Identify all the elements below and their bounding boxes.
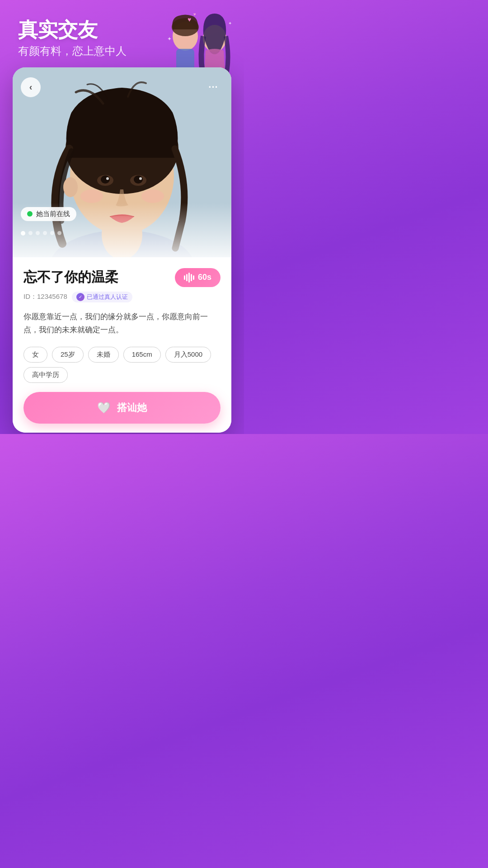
voice-bar-4 xyxy=(191,274,192,281)
online-status-badge: 她当前在线 xyxy=(21,207,76,221)
back-button[interactable]: ‹ xyxy=(21,77,41,97)
verified-label: 已通过真人认证 xyxy=(87,293,128,301)
action-button-label: 搭讪她 xyxy=(117,401,147,415)
photo-dot-5[interactable] xyxy=(50,231,54,235)
tag-marital[interactable]: 未婚 xyxy=(88,347,119,363)
voice-bar-5 xyxy=(193,275,194,280)
photo-dot-2[interactable] xyxy=(28,231,33,235)
svg-point-21 xyxy=(63,177,78,197)
tag-education[interactable]: 高中学历 xyxy=(23,367,68,383)
user-id-text: ID：12345678 xyxy=(23,292,67,301)
voice-waveform-icon xyxy=(184,273,194,283)
svg-point-15 xyxy=(106,177,109,180)
voice-bar-1 xyxy=(184,275,185,280)
name-row: 忘不了你的温柔 60s xyxy=(23,268,221,287)
action-heart-icon: 🤍 xyxy=(97,401,111,414)
photo-dot-6[interactable] xyxy=(57,231,61,235)
tag-height[interactable]: 165cm xyxy=(123,347,161,363)
bio-text: 你愿意靠近一点，我们的缘分就多一点，你愿意向前一点，我们的未来就确定一点。 xyxy=(23,311,221,337)
photo-dot-4[interactable] xyxy=(43,231,47,235)
header-title: 真实交友 xyxy=(18,18,226,42)
more-button[interactable]: ··· xyxy=(203,77,223,97)
photo-area: ‹ ··· 她当前在线 xyxy=(13,67,231,257)
photo-dot-3[interactable] xyxy=(36,231,40,235)
online-status-text: 她当前在线 xyxy=(36,210,70,218)
voice-bar-2 xyxy=(186,274,188,281)
voice-duration-label: 60s xyxy=(198,273,211,282)
photo-dot-1[interactable] xyxy=(21,231,25,236)
action-button[interactable]: 🤍 搭讪她 xyxy=(23,392,221,424)
profile-name: 忘不了你的温柔 xyxy=(23,268,118,287)
profile-card: ‹ ··· 她当前在线 忘不了你的温柔 xyxy=(13,67,231,433)
tag-gender[interactable]: 女 xyxy=(23,347,47,363)
voice-bar-3 xyxy=(188,273,190,283)
photo-dots-indicator xyxy=(21,231,61,236)
online-indicator-dot xyxy=(27,211,33,217)
voice-button[interactable]: 60s xyxy=(175,268,221,287)
header-subtitle: 有颜有料，恋上意中人 xyxy=(18,44,226,58)
svg-point-19 xyxy=(80,189,103,203)
svg-point-18 xyxy=(139,177,142,180)
profile-info-section: 忘不了你的温柔 60s ID：12345678 ✓ 已通过真人认证 你愿意靠 xyxy=(13,257,231,433)
id-row: ID：12345678 ✓ 已通过真人认证 xyxy=(23,292,221,302)
tag-income[interactable]: 月入5000 xyxy=(165,347,211,363)
header-section: 真实交友 有颜有料，恋上意中人 xyxy=(0,0,244,67)
verified-badge: ✓ 已通过真人认证 xyxy=(72,292,132,302)
tag-age[interactable]: 25岁 xyxy=(52,347,84,363)
verified-icon: ✓ xyxy=(76,293,84,301)
tags-container: 女 25岁 未婚 165cm 月入5000 高中学历 xyxy=(23,347,221,383)
svg-point-20 xyxy=(141,189,164,203)
